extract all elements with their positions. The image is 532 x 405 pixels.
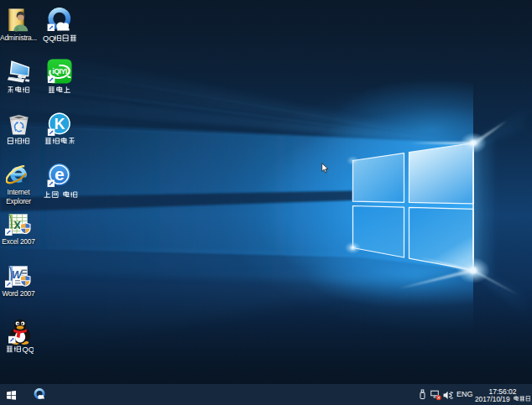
svg-text:QQ: QQ — [22, 345, 34, 354]
svg-text:QQ: QQ — [43, 34, 55, 42]
svg-text:e: e — [55, 164, 65, 184]
svg-text:K: K — [55, 116, 65, 132]
svg-text:iQIYI: iQIYI — [52, 67, 67, 75]
svg-text:X: X — [13, 219, 21, 231]
svg-text:2017/10/19: 2017/10/19 — [475, 395, 510, 403]
